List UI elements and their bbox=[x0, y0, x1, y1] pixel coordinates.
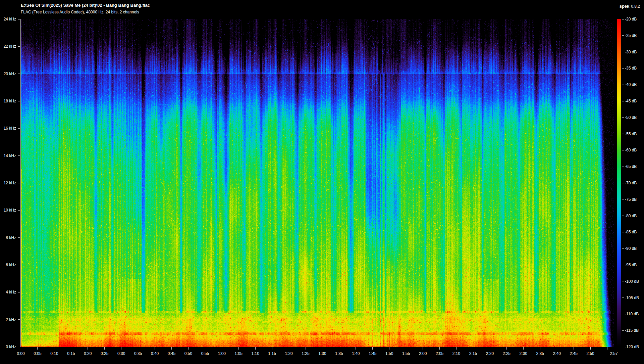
time-tick-mark bbox=[540, 347, 540, 350]
app-badge: spek0.8.2 bbox=[620, 3, 640, 9]
time-tick-label: 1:15 bbox=[268, 351, 276, 356]
db-tick-label: -95 dB bbox=[625, 263, 637, 267]
db-tick-label: -35 dB bbox=[625, 66, 637, 71]
time-tick-mark bbox=[423, 347, 423, 350]
db-tick-mark bbox=[622, 101, 624, 101]
db-tick-label: -105 dB bbox=[625, 295, 639, 300]
freq-tick-mark bbox=[18, 19, 20, 19]
freq-tick-mark bbox=[18, 347, 20, 347]
time-tick-label: 0:10 bbox=[50, 351, 58, 356]
db-tick-mark bbox=[622, 347, 624, 347]
time-tick-mark bbox=[222, 347, 222, 350]
time-tick-mark bbox=[138, 347, 138, 350]
time-tick-mark bbox=[406, 347, 406, 350]
time-tick-mark bbox=[456, 347, 457, 350]
db-tick-mark bbox=[622, 314, 624, 314]
db-tick-mark bbox=[622, 183, 624, 183]
time-tick-label: 1:10 bbox=[252, 351, 259, 356]
time-tick-mark bbox=[155, 347, 155, 350]
time-tick-label: 0:40 bbox=[151, 351, 159, 356]
db-tick-mark bbox=[622, 150, 624, 150]
db-tick-mark bbox=[622, 68, 624, 69]
time-tick-mark bbox=[473, 347, 473, 350]
db-tick-label: -55 dB bbox=[625, 132, 637, 136]
time-tick-mark bbox=[21, 347, 21, 350]
time-tick-mark bbox=[104, 347, 105, 350]
spectrogram-canvas bbox=[21, 19, 614, 347]
time-tick-label: 1:35 bbox=[335, 351, 343, 356]
db-tick-mark bbox=[622, 19, 624, 19]
time-tick-mark bbox=[590, 347, 591, 350]
time-tick-mark bbox=[121, 347, 121, 350]
freq-tick-mark bbox=[18, 74, 20, 74]
freq-tick-mark bbox=[18, 155, 20, 156]
time-tick-mark bbox=[238, 347, 239, 350]
time-tick-label: 2:05 bbox=[436, 351, 443, 356]
freq-tick-label: 16 kHz bbox=[0, 126, 16, 131]
freq-tick-label: 20 kHz bbox=[0, 72, 16, 76]
freq-tick-label: 8 kHz bbox=[0, 235, 16, 240]
db-tick-mark bbox=[622, 248, 624, 249]
db-tick-label: -40 dB bbox=[625, 82, 637, 87]
time-tick-mark bbox=[37, 347, 38, 350]
db-tick-mark bbox=[622, 298, 624, 298]
time-tick-mark bbox=[255, 347, 256, 350]
app-version: 0.8.2 bbox=[631, 4, 640, 9]
time-tick-mark bbox=[54, 347, 54, 350]
time-tick-mark bbox=[439, 347, 440, 350]
freq-tick-mark bbox=[18, 128, 20, 129]
time-tick-label: 0:55 bbox=[201, 351, 209, 356]
freq-tick-mark bbox=[18, 319, 20, 320]
db-tick-label: -45 dB bbox=[625, 99, 637, 103]
time-tick-mark bbox=[389, 347, 389, 350]
file-path-title: E:\Sea Of Sin\(2025) Save Me (24 bit)\02… bbox=[21, 3, 150, 8]
time-tick-label: 1:45 bbox=[369, 351, 376, 356]
db-tick-label: -110 dB bbox=[625, 312, 639, 316]
time-tick-label: 0:50 bbox=[184, 351, 192, 356]
time-tick-label: 2:10 bbox=[452, 351, 460, 356]
freq-tick-label: 10 kHz bbox=[0, 208, 16, 213]
db-tick-mark bbox=[622, 199, 624, 199]
time-tick-label: 2:30 bbox=[520, 351, 527, 356]
time-tick-label: 1:25 bbox=[302, 351, 309, 356]
time-tick-mark bbox=[490, 347, 490, 350]
format-info: FLAC (Free Lossless Audio Codec), 48000 … bbox=[21, 10, 139, 14]
time-tick-mark bbox=[372, 347, 373, 350]
db-tick-mark bbox=[622, 216, 624, 216]
time-tick-mark bbox=[574, 347, 574, 350]
freq-tick-mark bbox=[18, 46, 20, 47]
time-tick-label: 0:00 bbox=[17, 351, 24, 356]
time-tick-label: 2:35 bbox=[536, 351, 544, 356]
db-tick-label: -65 dB bbox=[625, 164, 637, 169]
freq-tick-mark bbox=[18, 265, 20, 265]
db-tick-mark bbox=[622, 52, 624, 52]
time-tick-label: 1:05 bbox=[235, 351, 243, 356]
db-tick-label: -50 dB bbox=[625, 115, 637, 120]
time-tick-label: 1:40 bbox=[352, 351, 360, 356]
time-tick-label: 2:45 bbox=[570, 351, 577, 356]
plot-border bbox=[20, 19, 614, 347]
time-tick-mark bbox=[171, 347, 172, 350]
time-tick-mark bbox=[71, 347, 71, 350]
time-tick-mark bbox=[306, 347, 306, 350]
db-tick-label: -70 dB bbox=[625, 181, 637, 185]
time-tick-mark bbox=[607, 347, 607, 350]
time-tick-label: 2:25 bbox=[503, 351, 511, 356]
db-tick-mark bbox=[622, 265, 624, 265]
time-tick-mark bbox=[339, 347, 339, 350]
db-tick-label: -100 dB bbox=[625, 279, 639, 284]
colorbar-canvas bbox=[617, 19, 621, 347]
db-tick-label: -115 dB bbox=[625, 328, 639, 333]
time-tick-label: 0:30 bbox=[117, 351, 125, 356]
time-tick-mark bbox=[356, 347, 356, 350]
time-tick-mark bbox=[205, 347, 205, 350]
db-tick-label: -30 dB bbox=[625, 50, 637, 54]
freq-tick-mark bbox=[18, 101, 20, 101]
freq-tick-label: 24 kHz bbox=[0, 17, 16, 21]
freq-tick-mark bbox=[18, 237, 20, 238]
time-tick-mark bbox=[272, 347, 272, 350]
db-tick-label: -60 dB bbox=[625, 148, 637, 152]
db-tick-label: -25 dB bbox=[625, 33, 637, 38]
time-tick-mark bbox=[557, 347, 557, 350]
time-tick-label: 0:35 bbox=[134, 351, 142, 356]
